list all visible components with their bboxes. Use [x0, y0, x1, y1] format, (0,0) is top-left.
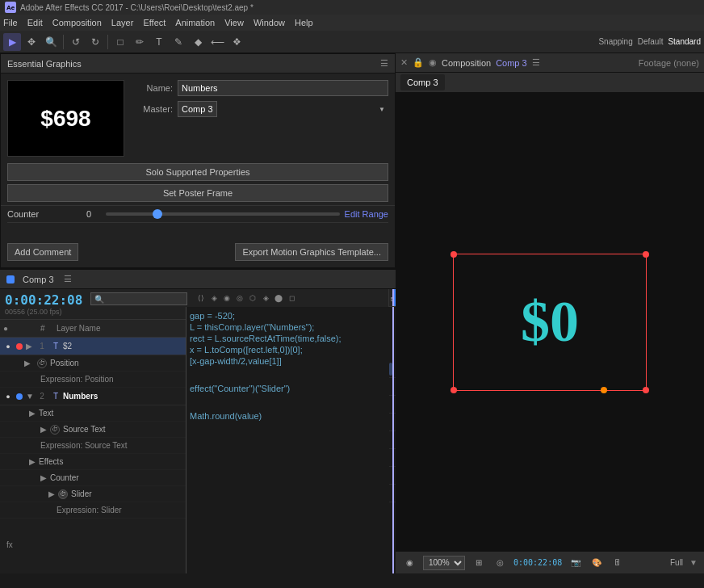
eg-preview: $698 [7, 80, 124, 157]
tl-icon-4[interactable]: ◎ [234, 292, 245, 304]
menu-help[interactable]: Help [295, 18, 313, 27]
comp-timecode: 0:00:22:08 [513, 558, 562, 567]
tool-select[interactable]: ▶ [3, 33, 21, 51]
zoom-select[interactable]: 100% [423, 556, 465, 570]
position-expand[interactable]: ▶ [24, 359, 31, 368]
tool-shape[interactable]: □ [111, 33, 129, 51]
edit-range-button[interactable]: Edit Range [345, 209, 388, 219]
expr-line-5: [x-gap-width/2,value[1]] [190, 355, 392, 367]
toolbar: ▶ ✥ 🔍 ↺ ↻ □ ✏ T ✎ ◆ ⟵ ❖ Snapping Default… [0, 31, 704, 53]
comp-footer-arrow: ▼ [689, 558, 698, 567]
tl-icon-1[interactable]: ⟨⟩ [195, 292, 207, 304]
expr-line-2: L = thisComp.layer("Numbers"); [190, 321, 392, 333]
layer2-expand[interactable]: ▼ [26, 392, 34, 401]
menu-edit[interactable]: Edit [27, 18, 43, 27]
menu-layer[interactable]: Layer [111, 18, 134, 27]
workspace-standard[interactable]: Standard [668, 37, 701, 46]
timeline-search-input[interactable] [90, 292, 187, 305]
comp-footer-icon-1[interactable]: ◉ [402, 556, 417, 570]
eg-panel-menu-icon[interactable]: ☰ [380, 58, 388, 69]
add-comment-button[interactable]: Add Comment [7, 243, 78, 261]
eg-master-field: Master: Comp 3 [132, 101, 388, 117]
comp-close-icon[interactable]: ✕ [400, 57, 408, 68]
menu-composition[interactable]: Composition [52, 18, 102, 27]
sourcetext-stopwatch[interactable]: ⏱ [50, 425, 60, 435]
comp-footer-icon-4[interactable]: 📷 [568, 556, 583, 570]
text-expand[interactable]: ▶ [29, 409, 36, 418]
comp-footer-icon-5[interactable]: 🎨 [589, 556, 604, 570]
tab-comp3[interactable]: Comp 3 [400, 74, 445, 90]
layer1-color-tag [16, 343, 23, 350]
counter-slider-track[interactable] [106, 212, 340, 216]
menu-effect[interactable]: Effect [143, 18, 166, 27]
layer2-type-icon: T [50, 391, 61, 402]
menu-animation[interactable]: Animation [175, 18, 215, 27]
eg-master-select[interactable]: Comp 3 [178, 101, 217, 117]
expr-line-6: effect("Counter")("Slider") [190, 383, 392, 394]
expression-panel: gap = -520; L = thisComp.layer("Numbers"… [186, 307, 396, 573]
counter-expand[interactable]: ▶ [40, 473, 47, 482]
position-stopwatch[interactable]: ⏱ [37, 359, 47, 368]
workspace-default[interactable]: Default [638, 37, 664, 46]
layer1-num: 1 [34, 342, 50, 351]
tool-roto[interactable]: ⟵ [208, 33, 226, 51]
sourcetext-expand[interactable]: ▶ [40, 425, 47, 434]
slider-stopwatch[interactable]: ⏱ [58, 489, 68, 499]
tl-icon-7[interactable]: ⬤ [273, 292, 284, 304]
menu-bar: File Edit Composition Layer Effect Anima… [0, 15, 704, 31]
export-motion-graphics-button[interactable]: Export Motion Graphics Template... [235, 243, 388, 261]
timeline-time-display: 0:00:22:08 00556 (25.00 fps) [5, 292, 82, 316]
slider-expand[interactable]: ▶ [48, 489, 55, 498]
comp-footer-icon-3[interactable]: ◎ [492, 556, 507, 570]
tl-icon-5[interactable]: ⬡ [247, 292, 258, 304]
fps-display: 00556 (25.00 fps) [5, 308, 82, 316]
tool-clone[interactable]: ◆ [189, 33, 207, 51]
counter-slider-thumb[interactable] [153, 209, 162, 219]
keyframe-playhead [392, 307, 394, 573]
fx-bottom-label: fx [6, 540, 13, 549]
timeline-right: 0s 5s 10s 15s 20s [389, 289, 396, 573]
effects-expand[interactable]: ▶ [29, 457, 36, 466]
menu-file[interactable]: File [3, 18, 18, 27]
menu-view[interactable]: View [224, 18, 244, 27]
timeline-panel: Comp 3 ☰ 0:00:22:08 00556 (25.00 fps) [0, 268, 396, 573]
expr-line-1: gap = -520; [190, 310, 392, 321]
layer1-expand[interactable]: ▶ [26, 342, 34, 351]
left-panels: Essential Graphics ☰ $698 Name: Master: [0, 53, 396, 573]
tool-puppet[interactable]: ❖ [228, 33, 245, 51]
counter-row: Counter 0 Edit Range [1, 205, 395, 222]
timeline-comp-name: Comp 3 [23, 275, 54, 284]
snapping-label: Snapping [598, 37, 632, 46]
tl-icon-6[interactable]: ◈ [260, 292, 271, 304]
comp-panel-menu[interactable]: ☰ [532, 57, 540, 68]
layer2-num: 2 [34, 392, 50, 401]
solo-supported-properties-button[interactable]: Solo Supported Properties [7, 163, 388, 181]
tool-zoom[interactable]: 🔍 [42, 33, 60, 51]
tool-hand[interactable]: ✥ [23, 33, 40, 51]
eye-icon[interactable]: ● [3, 342, 13, 351]
handle-tl [450, 251, 457, 258]
eg-name-field: Name: [132, 80, 388, 96]
tool-redo[interactable]: ↻ [86, 33, 104, 51]
ae-logo: Ae [5, 2, 16, 13]
essential-graphics-panel: Essential Graphics ☰ $698 Name: Master: [0, 53, 396, 268]
tool-pen[interactable]: ✏ [131, 33, 149, 51]
expr-slider-label: Expression: Slider [57, 506, 122, 514]
eg-name-input[interactable] [178, 80, 388, 96]
tool-undo[interactable]: ↺ [67, 33, 85, 51]
tl-icon-8[interactable]: ◻ [286, 292, 297, 304]
tl-icon-2[interactable]: ◈ [208, 292, 220, 304]
timeline-menu-icon[interactable]: ☰ [64, 274, 72, 284]
eg-content: $698 Name: Master: Comp 3 [1, 74, 395, 163]
set-poster-frame-button[interactable]: Set Poster Frame [7, 184, 388, 202]
comp-footer-icon-6[interactable]: 🎚 [610, 556, 625, 570]
timecode: 0:00:22:08 [5, 292, 82, 308]
comp-footer-icon-2[interactable]: ⊞ [471, 556, 486, 570]
tool-text[interactable]: T [150, 33, 168, 51]
menu-window[interactable]: Window [254, 18, 285, 27]
comp-tabs: Comp 3 [396, 73, 704, 93]
layer2-eye-icon[interactable]: ● [3, 392, 13, 401]
tl-icon-3[interactable]: ◉ [221, 292, 233, 304]
tool-brush[interactable]: ✎ [170, 33, 187, 51]
handle-bl [450, 387, 457, 393]
